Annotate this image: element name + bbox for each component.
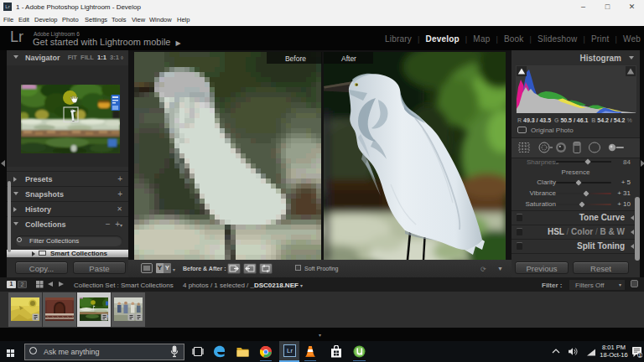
svg-text:1: 1 bbox=[639, 353, 641, 358]
